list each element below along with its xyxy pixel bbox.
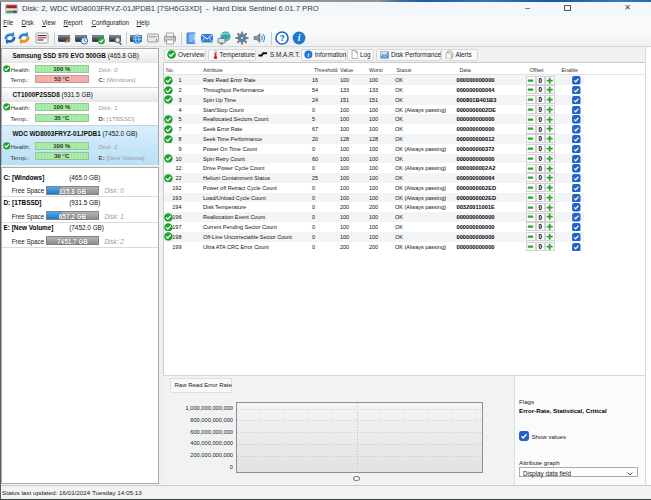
- svg-text:i: i: [298, 33, 301, 43]
- svg-text:?: ?: [279, 33, 284, 43]
